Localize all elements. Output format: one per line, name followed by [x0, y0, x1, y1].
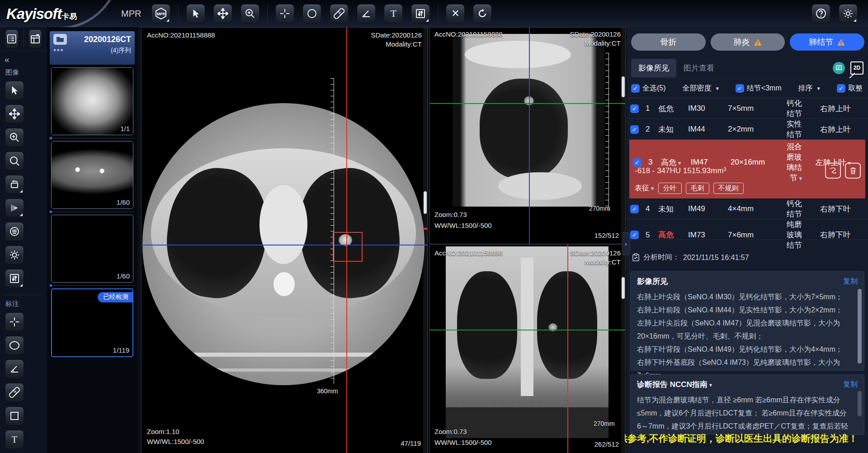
window-level-button[interactable]: [411, 4, 430, 23]
rail-rectangle-button[interactable]: [5, 406, 24, 425]
mpr-mode-button[interactable]: MPR: [151, 4, 170, 23]
round-checkbox[interactable]: 取整: [837, 84, 863, 93]
cursor-tool-button[interactable]: [186, 4, 205, 23]
rail-rotate-button[interactable]: [5, 175, 24, 194]
rail-magnify-button[interactable]: [5, 151, 24, 170]
nodule-row-5[interactable]: 5 高危 IM73 7×6mm 纯磨玻璃结节 右肺下叶: [627, 219, 868, 240]
settings-button[interactable]: [839, 4, 858, 23]
help-button[interactable]: [811, 4, 830, 23]
mode-lung-nodule-button[interactable]: 肺结节: [790, 33, 864, 51]
findings-scrollbar-thumb[interactable]: [858, 289, 862, 363]
axial-scrollbar-track[interactable]: [423, 28, 427, 453]
feature-chip[interactable]: 毛刺: [686, 183, 709, 194]
contour-tool-button[interactable]: [825, 163, 841, 179]
folder-icon[interactable]: [53, 34, 67, 45]
rail-brightness-button[interactable]: [5, 245, 24, 264]
sagittal-wwwl: WW/WL:1500/-500: [434, 222, 492, 229]
rail-pan-button[interactable]: [5, 104, 24, 123]
nodule-checkbox[interactable]: [630, 104, 639, 113]
sort-dropdown[interactable]: 排序: [798, 84, 821, 93]
mode-fracture-button[interactable]: 骨折: [631, 33, 706, 51]
nodule-im: IM30: [688, 104, 728, 113]
series-thumbnail-4[interactable]: 已经检测 1/119: [51, 288, 133, 357]
axial-modality: Modality:CT: [386, 40, 422, 48]
logo-en: Kayisoft: [6, 5, 61, 22]
ruler-tool-button[interactable]: [330, 4, 349, 23]
nodule-checkbox[interactable]: [630, 231, 639, 239]
nodule-checkbox[interactable]: [630, 205, 639, 213]
density-filter-dropdown[interactable]: 全部密度: [682, 84, 719, 93]
crosshair-tool-button[interactable]: [275, 4, 294, 23]
ruler-icon: [9, 387, 20, 398]
axial-horizontal-crosshair[interactable]: [142, 245, 427, 245]
nodule-checkbox[interactable]: [630, 125, 639, 134]
rail-window-level-button[interactable]: [5, 269, 24, 288]
rail-invert-button[interactable]: [5, 222, 24, 241]
tab-findings[interactable]: 影像所见: [631, 59, 676, 77]
rail-divider: [5, 295, 42, 295]
small-nodule-checkbox[interactable]: 结节<3mm: [736, 84, 782, 93]
coronal-vertical-crosshair[interactable]: [567, 245, 568, 453]
nodule-roi-box[interactable]: [333, 232, 363, 262]
angle-tool-button[interactable]: [357, 4, 376, 23]
rail-crosshair-button[interactable]: [5, 312, 24, 331]
series-thumbnail-1[interactable]: 1/1: [51, 67, 133, 135]
sort-label: 排序: [798, 84, 813, 93]
rail-separator: [24, 31, 24, 47]
feature-chip[interactable]: 不规则: [713, 183, 744, 194]
coronal-scrollbar-track[interactable]: [621, 245, 625, 453]
mode-pneumonia-button[interactable]: 肺炎: [711, 33, 785, 51]
collapse-rail-button[interactable]: «: [0, 51, 47, 65]
ellipse-tool-button[interactable]: [302, 4, 321, 23]
findings-title: 影像所见: [637, 276, 668, 287]
nodule-row-3-expanded[interactable]: 3 高危 IM47 20×16mm 混合磨玻璃结节 左肺上叶 -618 - 34…: [629, 140, 865, 198]
report-title-dropdown[interactable]: 诊断报告 NCCN指南: [637, 379, 712, 390]
report-scrollbar-thumb[interactable]: [858, 391, 862, 416]
sagittal-vertical-crosshair[interactable]: [529, 28, 530, 244]
coronal-scrollbar-thumb[interactable]: [622, 277, 625, 299]
tab-image-view[interactable]: 图片查看: [676, 59, 722, 77]
findings-copy-link[interactable]: 复制: [843, 277, 858, 286]
nodule-checkbox[interactable]: [633, 158, 642, 167]
zoom-tool-button[interactable]: [241, 4, 259, 23]
rail-flip-button[interactable]: [5, 198, 24, 217]
coronal-horizontal-crosshair[interactable]: [430, 330, 625, 330]
series-header[interactable]: 20200126CT *** (4)序列: [50, 31, 135, 65]
report-copy-link[interactable]: 复制: [843, 380, 858, 389]
reset-view-button[interactable]: [473, 4, 492, 23]
sagittal-viewport[interactable]: 270mm AccNO:202101158888 SDate:20200126 …: [429, 27, 626, 244]
coronal-viewport[interactable]: 270mm AccNO:202101158888 SDate:20200126 …: [429, 244, 626, 453]
axial-viewport[interactable]: 360mm AccNO:202101158888 SDate:20200126 …: [141, 27, 428, 453]
series-thumbnail-3[interactable]: 1/60: [51, 215, 133, 283]
text-tool-button[interactable]: T: [384, 4, 403, 23]
feature-chip[interactable]: 分叶: [658, 183, 682, 194]
rail-cursor-button[interactable]: [5, 81, 24, 100]
clear-annotations-button[interactable]: ✕: [446, 4, 465, 23]
features-dropdown[interactable]: 表征: [635, 184, 654, 193]
nodule-row-4[interactable]: 4 未知 IM49 4×4mm 钙化结节 右肺下叶: [627, 198, 868, 219]
sagittal-horizontal-crosshair[interactable]: [430, 103, 625, 104]
sagittal-scrollbar-track[interactable]: [621, 28, 625, 244]
axial-scrollbar-thumb[interactable]: [424, 191, 427, 214]
angle-icon: [361, 8, 372, 19]
select-all-checkbox[interactable]: 全选(5): [631, 84, 666, 93]
nodule-row-1[interactable]: 1 低危 IM30 7×5mm 钙化结节 右肺上叶: [627, 98, 868, 119]
rail-zoom-in-button[interactable]: [5, 128, 24, 147]
panel-collapse-handle[interactable]: ›: [622, 232, 630, 255]
series-list-icon: [6, 33, 17, 44]
app-logo: Kayisoft卡易: [0, 0, 113, 27]
pan-tool-button[interactable]: [213, 4, 232, 23]
rail-text-button[interactable]: T: [5, 430, 24, 449]
sagittal-scrollbar-thumb[interactable]: [622, 76, 625, 97]
close-series-button[interactable]: [28, 29, 42, 48]
rail-ruler-button[interactable]: [5, 383, 24, 402]
feedback-icon[interactable]: [833, 62, 845, 74]
2d-view-icon[interactable]: 2D: [850, 61, 863, 75]
nodule-density-dropdown[interactable]: 混合磨玻璃结节: [786, 142, 802, 183]
series-thumbnail-2[interactable]: 1/60: [51, 141, 133, 209]
rail-angle-button[interactable]: [5, 359, 24, 378]
series-list-button[interactable]: [5, 29, 19, 48]
rail-ellipse-button[interactable]: [5, 336, 24, 355]
nodule-row-2[interactable]: 2 未知 IM44 2×2mm 实性结节 右肺上叶: [627, 119, 868, 140]
delete-nodule-button[interactable]: [845, 163, 861, 179]
